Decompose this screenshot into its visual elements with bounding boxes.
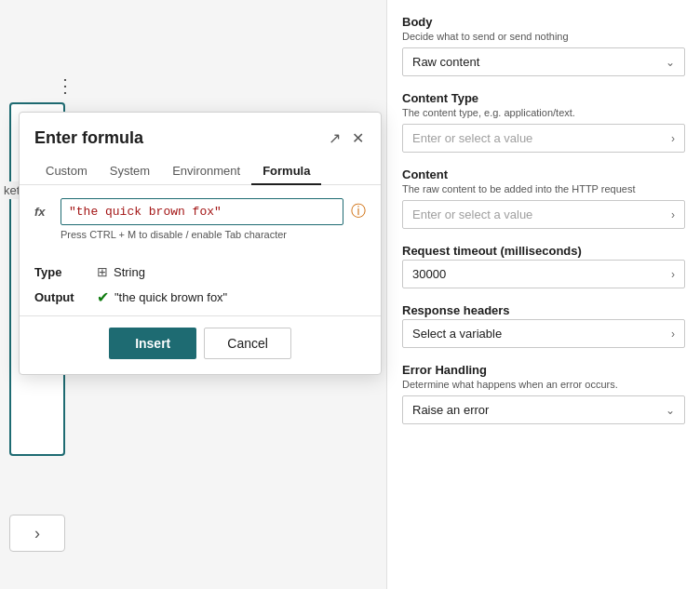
- response-headers-input[interactable]: Select a variable ›: [402, 319, 685, 348]
- error-handling-value: Raise an error: [412, 403, 489, 417]
- type-value: String: [114, 265, 145, 279]
- output-value-row: ✔ "the quick brown fox": [97, 288, 227, 306]
- type-label: Type: [34, 265, 86, 279]
- response-headers-chevron-right-icon: ›: [671, 328, 675, 341]
- content-chevron-right-icon: ›: [671, 208, 675, 221]
- timeout-section: Request timeout (milliseconds) 30000 ›: [402, 244, 685, 288]
- body-chevron-down-icon: ⌄: [666, 56, 675, 69]
- cancel-button[interactable]: Cancel: [204, 328, 291, 359]
- body-label: Body: [402, 15, 685, 29]
- content-input[interactable]: Enter or select a value ›: [402, 200, 685, 229]
- enter-formula-modal: Enter formula ↗ ✕ Custom System Environm…: [19, 112, 382, 375]
- check-icon: ✔: [97, 288, 109, 306]
- body-section: Body Decide what to send or send nothing…: [402, 15, 685, 76]
- modal-footer: Insert Cancel: [20, 315, 381, 374]
- error-handling-section: Error Handling Determine what happens wh…: [402, 363, 685, 424]
- tab-formula[interactable]: Formula: [251, 158, 321, 185]
- modal-title: Enter formula: [34, 128, 143, 148]
- error-handling-label: Error Handling: [402, 363, 685, 377]
- body-dropdown[interactable]: Raw content ⌄: [402, 47, 685, 76]
- insert-button[interactable]: Insert: [109, 328, 196, 359]
- content-type-placeholder: Enter or select a value: [412, 131, 532, 145]
- output-label: Output: [34, 290, 86, 304]
- timeout-value: 30000: [412, 267, 446, 281]
- response-headers-section: Response headers Select a variable ›: [402, 303, 685, 348]
- content-type-chevron-right-icon: ›: [671, 132, 675, 145]
- response-headers-label: Response headers: [402, 303, 685, 317]
- timeout-label: Request timeout (milliseconds): [402, 244, 685, 258]
- formula-hint: Press CTRL + M to disable / enable Tab c…: [61, 229, 366, 240]
- timeout-input[interactable]: 30000 ›: [402, 260, 685, 288]
- fx-label: fx: [34, 205, 53, 219]
- formula-area: fx ⓘ Press CTRL + M to disable / enable …: [20, 185, 381, 253]
- modal-header: Enter formula ↗ ✕: [20, 113, 381, 149]
- output-value: "the quick brown fox": [114, 290, 227, 304]
- formula-input-row: fx ⓘ: [34, 198, 366, 225]
- content-type-sublabel: The content type, e.g. application/text.: [402, 107, 685, 118]
- error-handling-sublabel: Determine what happens when an error occ…: [402, 379, 685, 390]
- error-handling-chevron-down-icon: ⌄: [666, 404, 675, 417]
- bottom-nav-button[interactable]: ›: [9, 515, 65, 552]
- formula-tabs: Custom System Environment Formula: [20, 149, 381, 185]
- info-icon[interactable]: ⓘ: [351, 202, 366, 221]
- content-type-section: Content Type The content type, e.g. appl…: [402, 91, 685, 153]
- close-button[interactable]: ✕: [350, 127, 366, 149]
- right-panel: Body Decide what to send or send nothing…: [386, 0, 700, 589]
- modal-header-actions: ↗ ✕: [327, 127, 366, 149]
- body-sublabel: Decide what to send or send nothing: [402, 31, 685, 42]
- content-section: Content The raw content to be added into…: [402, 167, 685, 229]
- type-row: Type ⊞ String: [20, 253, 381, 279]
- body-value: Raw content: [412, 55, 479, 69]
- tab-custom[interactable]: Custom: [34, 158, 99, 185]
- content-label: Content: [402, 167, 685, 181]
- tab-system[interactable]: System: [99, 158, 161, 185]
- content-sublabel: The raw content to be added into the HTT…: [402, 183, 685, 194]
- type-value-row: ⊞ String: [97, 264, 145, 279]
- expand-button[interactable]: ↗: [327, 127, 343, 149]
- three-dots-icon: ⋮: [56, 74, 75, 97]
- content-placeholder: Enter or select a value: [412, 207, 532, 221]
- response-headers-value: Select a variable: [412, 327, 502, 341]
- content-type-label: Content Type: [402, 91, 685, 105]
- string-type-icon: ⊞: [97, 264, 108, 279]
- content-type-input[interactable]: Enter or select a value ›: [402, 124, 685, 153]
- error-handling-dropdown[interactable]: Raise an error ⌄: [402, 395, 685, 424]
- chevron-right-icon: ›: [34, 524, 40, 543]
- timeout-chevron-right-icon: ›: [671, 268, 675, 281]
- formula-input[interactable]: [61, 198, 343, 225]
- output-row: Output ✔ "the quick brown fox": [20, 279, 381, 315]
- tab-environment[interactable]: Environment: [161, 158, 251, 185]
